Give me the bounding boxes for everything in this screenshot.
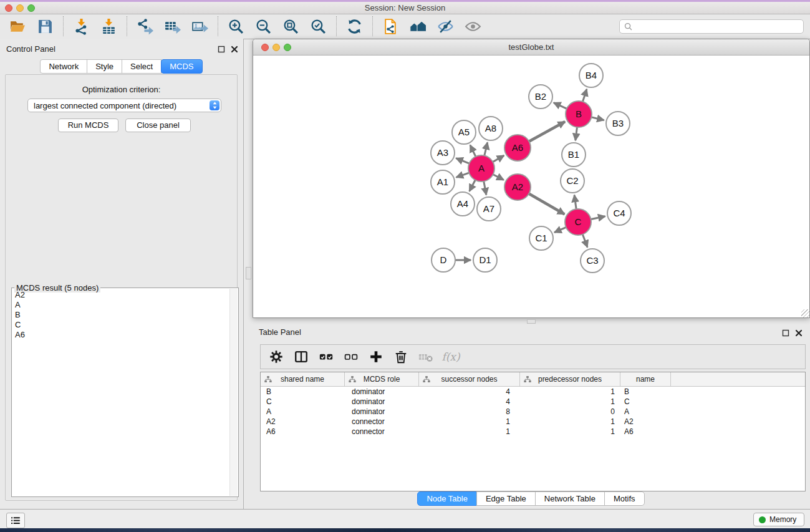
table-settings-button[interactable] [268,349,284,365]
memory-button[interactable]: Memory [753,513,804,526]
column-header-MCDS-role[interactable]: MCDS role [345,372,419,386]
column-header-shared-name[interactable]: shared name [261,372,345,386]
table-cell[interactable]: dominator [345,387,419,396]
graph-edge-A-A1[interactable] [456,172,470,177]
float-panel-icon[interactable] [218,44,225,52]
mcds-result-item[interactable]: A [12,300,229,310]
table-cell[interactable]: A2 [261,417,345,426]
task-history-button[interactable] [6,513,25,528]
unselect-all-columns-button[interactable] [343,349,359,365]
graph-edge-B-B2[interactable] [554,103,568,109]
graph-node-A5[interactable]: A5 [452,120,476,144]
tab-network[interactable]: Network [40,59,87,74]
table-row[interactable]: Cdominator41C [261,397,805,407]
tab-edge-table[interactable]: Edge Table [476,491,536,506]
tab-mcds[interactable]: MCDS [161,59,202,74]
resize-handle[interactable] [801,309,809,317]
network-minimize-button[interactable] [272,44,280,51]
graph-edge-A6-B[interactable] [528,122,565,142]
zoom-out-button[interactable] [254,17,272,36]
graph-edge-A-A2[interactable] [492,174,504,180]
table-cell[interactable]: 1 [520,417,620,426]
table-cell[interactable]: A [261,407,345,416]
table-cell[interactable]: B [261,387,345,396]
graph-edge-B-B1[interactable] [576,126,577,140]
graph-node-C3[interactable]: C3 [581,249,604,273]
zoom-in-button[interactable] [227,17,245,36]
graph-node-A3[interactable]: A3 [431,141,455,165]
float-table-panel-icon[interactable] [782,328,789,336]
table-cell[interactable]: dominator [345,407,419,416]
save-session-button[interactable] [36,17,54,36]
split-table-button[interactable] [293,349,309,365]
graph-edge-A-A6[interactable] [492,155,504,162]
graph-node-B1[interactable]: B1 [562,143,586,167]
show-home-button[interactable] [409,17,427,36]
graph-node-D1[interactable]: D1 [473,248,497,272]
close-window-button[interactable] [5,4,12,12]
close-panel-icon[interactable] [231,44,238,52]
table-row[interactable]: A6connector11A6 [261,427,805,437]
tab-select[interactable]: Select [122,59,162,74]
mcds-result-item[interactable]: C [12,320,229,330]
minimize-window-button[interactable] [16,4,24,12]
table-cell[interactable]: connector [345,417,419,426]
graph-edge-A-A8[interactable] [484,142,487,157]
run-mcds-button[interactable]: Run MCDS [58,118,118,132]
graph-edge-A-A7[interactable] [483,180,486,195]
refresh-network-button[interactable] [345,17,364,36]
graph-node-A6[interactable]: A6 [504,135,531,161]
tab-style[interactable]: Style [87,59,122,74]
network-window-titlebar[interactable]: testGlobe.txt [253,39,809,56]
table-cell[interactable]: dominator [345,397,419,406]
graph-node-B2[interactable]: B2 [529,85,552,109]
tab-motifs[interactable]: Motifs [604,491,645,506]
network-zoom-button[interactable] [284,44,291,51]
table-cell[interactable]: A6 [261,427,345,436]
table-cell[interactable]: C [620,397,671,406]
network-close-button[interactable] [261,44,269,51]
column-header-name[interactable]: name [620,372,671,386]
select-all-columns-button[interactable] [318,349,334,365]
graph-node-C[interactable]: C [565,209,591,235]
graph-edge-A-A3[interactable] [456,158,470,164]
table-cell[interactable]: 4 [419,387,520,396]
graph-edge-C-C3[interactable] [582,233,587,248]
graph-edge-B-B4[interactable] [582,89,587,103]
graph-edge-A-A4[interactable] [470,179,476,191]
export-network-button[interactable] [136,17,154,36]
graph-edge-A2-C[interactable] [528,193,564,214]
graph-node-C1[interactable]: C1 [529,226,553,250]
graph-node-B4[interactable]: B4 [579,64,603,87]
table-cell[interactable]: 0 [520,407,620,416]
graph-node-A1[interactable]: A1 [431,170,455,194]
graph-edge-C-C4[interactable] [590,216,605,220]
show-graphics-details-button[interactable] [464,17,482,36]
mcds-result-item[interactable]: A2 [12,290,229,300]
network-canvas[interactable]: AA1A2A3A4A5A6A7A8BB1B2B3B4CC1C2C3C4DD1 [253,56,809,317]
table-row[interactable]: Adominator80A [261,407,805,417]
graph-node-C2[interactable]: C2 [561,169,584,193]
search-input[interactable] [633,21,803,32]
table-cell[interactable]: 1 [419,417,520,426]
table-cell[interactable]: 1 [520,397,620,406]
graph-node-A2[interactable]: A2 [504,174,531,200]
column-header-successor-nodes[interactable]: successor nodes [419,372,520,386]
delete-columns-button[interactable] [393,349,409,365]
table-row[interactable]: A2connector11A2 [261,417,805,427]
zoom-fit-button[interactable] [282,17,300,36]
zoom-window-button[interactable] [27,4,35,12]
graph-edge-C-C2[interactable] [574,195,576,210]
add-column-button[interactable] [368,349,384,365]
hide-graphics-details-button[interactable] [436,17,455,36]
mcds-result-item[interactable]: A6 [12,330,229,340]
graph-node-B[interactable]: B [566,101,592,127]
table-cell[interactable]: A2 [620,417,671,426]
zoom-selected-button[interactable] [309,17,327,36]
table-cell[interactable]: 1 [520,387,620,396]
table-cell[interactable]: B [620,387,671,396]
export-image-button[interactable] [191,17,209,36]
mcds-result-item[interactable]: B [12,310,229,320]
close-table-panel-icon[interactable] [795,328,803,336]
vertical-splitter-handle[interactable] [246,267,251,279]
